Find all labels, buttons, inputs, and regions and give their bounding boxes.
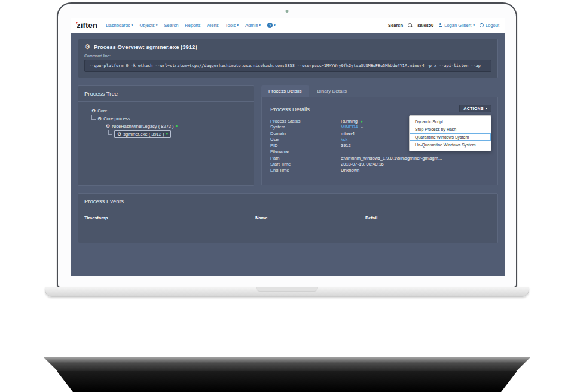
nav-item-help[interactable]: ? ▾ [267, 23, 276, 28]
caret-down-icon: ▾ [274, 24, 276, 27]
laptop-bezel: ziften Dashboards ▾ Objects ▾ Search [58, 4, 516, 287]
nav-item-label: Reports [185, 23, 200, 28]
gear-icon: ⚙ [97, 117, 102, 121]
page-title: Process Overview: sgminer.exe (3912) [94, 44, 197, 50]
details-column: Process Details Binary Details Process D… [261, 85, 498, 185]
tree-node-sgminer[interactable]: ⚙ sgminer.exe ( 3912 ) ● [108, 130, 248, 138]
field-label-domain: Domain [270, 131, 341, 137]
caret-down-icon: ▾ [473, 24, 475, 27]
laptop-mockup: ziften Dashboards ▾ Objects ▾ Search [0, 0, 574, 392]
laptop-stand-upper [43, 357, 531, 371]
field-label-path: Path [270, 155, 341, 161]
gear-icon: ⚙ [106, 124, 110, 129]
details-tabs: Process Details Binary Details [261, 85, 498, 97]
nav-item-label: Dashboards [106, 23, 130, 28]
gear-icon: ⚙ [84, 44, 90, 50]
logout-label: Logout [486, 23, 499, 28]
process-tree: ⚙ Core ⚙ Core process [78, 102, 254, 143]
caret-down-icon: ▾ [237, 24, 239, 27]
field-label-end-time: End Time [270, 167, 341, 173]
nav-item-label: Alerts [207, 23, 219, 28]
nav-item-reports[interactable]: Reports [185, 23, 200, 28]
menu-item-un-quarantine-windows-system[interactable]: Un-Quarantine Windows System [410, 141, 491, 149]
help-icon: ? [267, 23, 273, 28]
tree-node-label: Core process [103, 116, 130, 121]
column-header-detail: Detail [365, 215, 491, 220]
gear-icon: ⚙ [91, 109, 96, 114]
menu-item-dynamic-script[interactable]: Dynamic Script [410, 118, 491, 125]
tree-node-label: Core [97, 108, 107, 114]
top-navbar: ziften Dashboards ▾ Objects ▾ Search [71, 18, 505, 33]
laptop-lid-notch [256, 287, 318, 292]
process-status-text: Running [341, 118, 358, 124]
details-heading: Process Details [270, 106, 490, 112]
user-menu-label: Logan Gilbert [444, 23, 471, 28]
system-status-dot: ● [361, 125, 363, 129]
status-dot-running: ● [361, 119, 363, 123]
person-icon [438, 23, 442, 27]
actions-menu: Dynamic Script Stop Process by Hash Quar… [409, 115, 491, 151]
field-label-process-status: Process Status [270, 118, 341, 124]
actions-label: ACTIONS [463, 106, 484, 111]
search-button[interactable]: Search [388, 23, 403, 28]
events-empty-area [78, 223, 497, 235]
column-header-timestamp: Timestamp [84, 215, 255, 220]
field-value-start-time: 2018-07-19, 00:40:16 [341, 161, 490, 167]
app-screen: ziften Dashboards ▾ Objects ▾ Search [71, 18, 505, 276]
account-name: sales50 [417, 23, 433, 28]
brand-text: ziften [77, 21, 97, 30]
middle-row: Process Tree ⚙ Core ⚙ Core process [78, 85, 498, 186]
process-overview-panel: ⚙ Process Overview: sgminer.exe (3912) C… [78, 39, 498, 78]
webcam-icon [286, 10, 289, 13]
actions-button[interactable]: ACTIONS ▾ [459, 105, 491, 112]
events-table-header: Timestamp Name Detail [78, 209, 497, 223]
command-line-box: --gpu-platform 0 -k ethash --url=stratum… [84, 60, 491, 72]
menu-item-quarantine-windows-system[interactable]: Quarantine Windows System [410, 133, 491, 141]
system-link[interactable]: MINER4 [341, 124, 358, 130]
nav-right-cluster: Search sales50 Logan Gilbert ▾ Logout [388, 23, 499, 28]
status-dot-running: ● [176, 124, 178, 128]
tree-connector [100, 122, 104, 127]
process-details-panel: Process Details ACTIONS ▾ Dynamic Script… [261, 97, 498, 185]
nav-item-search[interactable]: Search [164, 23, 179, 28]
tree-node-nicehashminerlegacy[interactable]: ⚙ NiceHashMinerLegacy ( 8272 ) ● [100, 122, 248, 130]
menu-item-stop-process-by-hash[interactable]: Stop Process by Hash [410, 125, 491, 133]
tree-node-selected[interactable]: ⚙ sgminer.exe ( 3912 ) ● [114, 130, 171, 138]
process-tree-title: Process Tree [78, 86, 254, 102]
tree-node-label: NiceHashMinerLegacy ( 8272 ) [112, 124, 173, 129]
command-line-label: Command line: [84, 54, 491, 58]
field-label-filename: Filename [270, 149, 341, 155]
app-content: ⚙ Process Overview: sgminer.exe (3912) C… [71, 33, 505, 276]
column-header-name: Name [255, 215, 365, 220]
nav-item-tools[interactable]: Tools ▾ [225, 23, 239, 28]
nav-item-admin[interactable]: Admin ▾ [245, 23, 261, 28]
gear-icon: ⚙ [117, 132, 121, 137]
nav-item-objects[interactable]: Objects ▾ [139, 23, 157, 28]
caret-down-icon: ▾ [486, 107, 487, 111]
nav-item-alerts[interactable]: Alerts [207, 23, 219, 28]
tree-connector [108, 130, 112, 135]
brand-logo[interactable]: ziften [77, 21, 97, 30]
logout-button[interactable]: Logout [480, 23, 499, 28]
nav-item-dashboards[interactable]: Dashboards ▾ [106, 23, 133, 28]
field-label-user: User [270, 137, 341, 143]
nav-item-label: Tools [225, 23, 236, 28]
status-dot-running: ● [166, 132, 169, 136]
process-tree-panel: Process Tree ⚙ Core ⚙ Core process [78, 85, 254, 186]
search-icon[interactable] [408, 23, 413, 28]
tab-binary-details[interactable]: Binary Details [310, 85, 354, 97]
tree-node-core-process[interactable]: ⚙ Core process [91, 115, 248, 122]
laptop-stand-lower [57, 371, 517, 392]
process-events-panel: Process Events Timestamp Name Detail [78, 193, 498, 243]
tree-node-core[interactable]: ⚙ Core [91, 107, 248, 115]
nav-links: Dashboards ▾ Objects ▾ Search Reports [106, 23, 276, 28]
caret-down-icon: ▾ [156, 24, 158, 27]
user-link[interactable]: ksk [341, 137, 347, 142]
user-menu[interactable]: Logan Gilbert ▾ [438, 23, 475, 28]
tab-process-details[interactable]: Process Details [261, 85, 309, 97]
laptop-lid: ziften Dashboards ▾ Objects ▾ Search [57, 2, 517, 288]
field-value-path: c:\nh\nhm_windows_1.9.0.1\bin\sgminer-gm… [341, 155, 490, 161]
caret-down-icon: ▾ [132, 24, 133, 27]
nav-item-label: Search [164, 23, 179, 28]
tree-node-label: sgminer.exe ( 3912 ) [123, 131, 164, 137]
